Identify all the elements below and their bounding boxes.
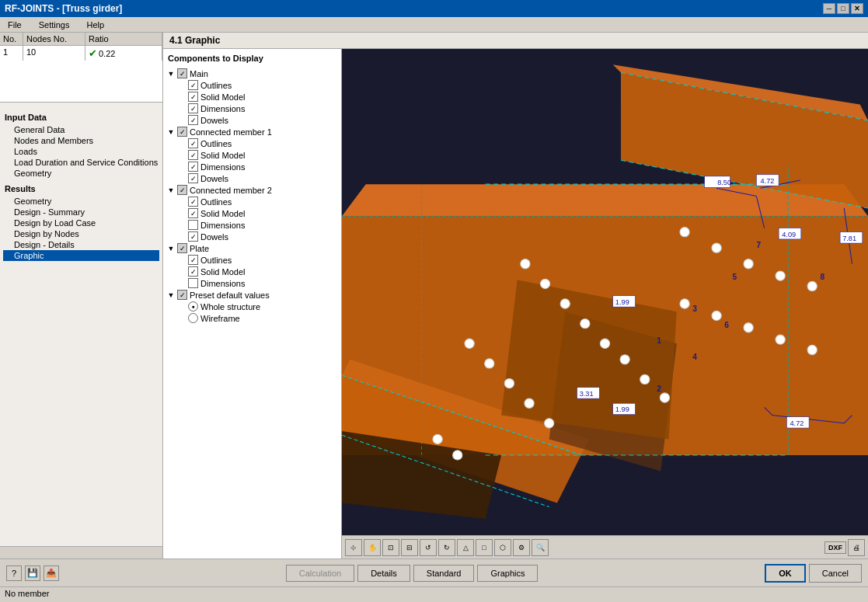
svg-point-23 (600, 339, 609, 348)
help-icon-btn[interactable]: ? (6, 565, 22, 581)
toolbar-btn-zoom-in[interactable]: 🔍 (532, 539, 549, 556)
tree-cm2-expand[interactable]: ▼ Connected member 2 (165, 184, 340, 196)
checkbox-cm2-outlines[interactable] (188, 197, 198, 207)
checkbox-cm1-dowels[interactable] (188, 173, 198, 183)
svg-text:5: 5 (733, 273, 737, 281)
nav-load-duration[interactable]: Load Duration and Service Conditions (3, 157, 159, 168)
tree-preset-whole[interactable]: Whole structure (165, 301, 340, 312)
tree-cm2-solid[interactable]: Solid Model (165, 207, 340, 219)
tree-cm2-dimensions[interactable]: Dimensions (165, 219, 340, 231)
label-cm2-solid: Solid Model (200, 209, 245, 218)
close-btn[interactable]: ✕ (851, 3, 863, 14)
nav-design-details[interactable]: Design - Details (3, 239, 159, 250)
toolbar-btn-view-3d[interactable]: ⬡ (494, 539, 511, 556)
tree-cm2-dowels[interactable]: Dowels (165, 231, 340, 242)
calculation-btn[interactable]: Calculation (286, 565, 354, 582)
tree-cm2-outlines[interactable]: Outlines (165, 196, 340, 207)
save-icon-btn[interactable]: 💾 (25, 565, 40, 581)
svg-point-29 (504, 378, 514, 388)
dxf-export-btn[interactable]: DXF (824, 541, 846, 554)
tree-cm1-dimensions[interactable]: Dimensions (165, 161, 340, 172)
title-bar: RF-JOINTS - [Truss girder] ─ □ ✕ (0, 0, 868, 17)
checkbox-main-outlines[interactable] (188, 80, 198, 90)
tree-plate-outlines[interactable]: Outlines (165, 254, 340, 266)
table-row[interactable]: 1 10 ✔ 0.22 (0, 46, 162, 61)
toolbar-btn-view-up[interactable]: △ (457, 539, 474, 556)
checkbox-main[interactable] (177, 68, 187, 78)
cell-nodes: 10 (23, 46, 85, 61)
ok-btn[interactable]: OK (765, 564, 806, 583)
checkbox-cm1-dimensions[interactable] (188, 162, 198, 172)
radio-wireframe[interactable] (188, 313, 198, 323)
label-plate: Plate (190, 244, 209, 253)
checkbox-cm2-dowels[interactable] (188, 231, 198, 242)
toolbar-btn-cursor[interactable]: ⊹ (345, 539, 362, 556)
tree-cm1-dowels[interactable]: Dowels (165, 172, 340, 184)
checkbox-plate[interactable] (177, 243, 187, 253)
toolbar-btn-settings[interactable]: ⚙ (513, 539, 530, 556)
checkbox-plate-solid[interactable] (188, 266, 198, 277)
svg-point-41 (744, 323, 753, 332)
nav-nodes-members[interactable]: Nodes and Members (3, 135, 159, 146)
toolbar-btn-zoom-window[interactable]: ⊡ (382, 539, 399, 556)
tree-preset-expand[interactable]: ▼ Preset default values (165, 289, 340, 301)
graphics-btn[interactable]: Graphics (477, 565, 538, 582)
toolbar-btn-view-front[interactable]: □ (476, 539, 493, 556)
svg-text:4.72: 4.72 (761, 177, 775, 185)
radio-whole-structure[interactable] (188, 301, 198, 311)
toolbar-btn-rotate-left[interactable]: ↺ (420, 539, 437, 556)
cancel-btn[interactable]: Cancel (809, 564, 862, 583)
checkbox-cm2-solid[interactable] (188, 208, 198, 218)
svg-point-22 (580, 318, 590, 328)
menu-settings[interactable]: Settings (34, 19, 75, 31)
tree-cm1-expand[interactable]: ▼ Connected member 1 (165, 126, 340, 137)
window-controls: ─ □ ✕ (823, 3, 863, 14)
toolbar-btn-print[interactable]: 🖨 (848, 539, 865, 556)
checkbox-cm2-dimensions[interactable] (188, 220, 198, 230)
tree-cm1-outlines[interactable]: Outlines (165, 137, 340, 149)
checkbox-cm1-solid[interactable] (188, 150, 198, 160)
tree-plate-expand[interactable]: ▼ Plate (165, 242, 340, 254)
checkbox-plate-outlines[interactable] (188, 255, 198, 265)
tree-main-solid[interactable]: Solid Model (165, 91, 340, 103)
svg-point-20 (540, 279, 549, 288)
checkbox-plate-dimensions[interactable] (188, 278, 198, 288)
checkbox-cm2[interactable] (177, 185, 187, 195)
svg-point-26 (660, 393, 669, 402)
checkbox-cm1-outlines[interactable] (188, 138, 198, 148)
checkbox-main-dimensions[interactable] (188, 103, 198, 113)
3d-view[interactable]: 8.50 4.72 4.09 7.81 (342, 49, 868, 559)
nav-graphic[interactable]: Graphic (3, 250, 159, 261)
minimize-btn[interactable]: ─ (823, 3, 835, 14)
component-tree: Components to Display ▼ Main Outlines So… (163, 49, 342, 559)
tree-plate-solid[interactable]: Solid Model (165, 266, 340, 277)
tree-main-outlines[interactable]: Outlines (165, 79, 340, 91)
checkbox-preset[interactable] (177, 290, 187, 300)
tree-main-dimensions[interactable]: Dimensions (165, 103, 340, 114)
tree-main-dowels[interactable]: Dowels (165, 114, 340, 126)
tree-plate-dimensions[interactable]: Dimensions (165, 277, 340, 289)
left-scrollbar[interactable] (0, 546, 162, 559)
nav-geometry-result[interactable]: Geometry (3, 196, 159, 207)
menu-file[interactable]: File (3, 19, 26, 31)
toolbar-btn-pan[interactable]: ✋ (364, 539, 381, 556)
checkbox-cm1[interactable] (177, 127, 187, 137)
nav-geometry-input[interactable]: Geometry (3, 168, 159, 179)
checkbox-main-dowels[interactable] (188, 115, 198, 125)
nav-design-summary[interactable]: Design - Summary (3, 207, 159, 217)
details-btn[interactable]: Details (357, 565, 410, 582)
standard-btn[interactable]: Standard (413, 565, 475, 582)
checkbox-main-solid[interactable] (188, 92, 198, 102)
nav-design-load-case[interactable]: Design by Load Case (3, 217, 159, 228)
menu-help[interactable]: Help (82, 19, 109, 31)
nav-design-nodes[interactable]: Design by Nodes (3, 228, 159, 239)
tree-preset-wireframe[interactable]: Wireframe (165, 312, 340, 324)
toolbar-btn-rotate-right[interactable]: ↻ (438, 539, 455, 556)
nav-loads[interactable]: Loads (3, 146, 159, 157)
maximize-btn[interactable]: □ (837, 3, 849, 14)
nav-general-data[interactable]: General Data (3, 124, 159, 135)
export-icon-btn[interactable]: 📤 (44, 565, 59, 581)
toolbar-btn-zoom-out[interactable]: ⊟ (401, 539, 418, 556)
tree-cm1-solid[interactable]: Solid Model (165, 149, 340, 161)
tree-main-expand[interactable]: ▼ Main (165, 68, 340, 79)
